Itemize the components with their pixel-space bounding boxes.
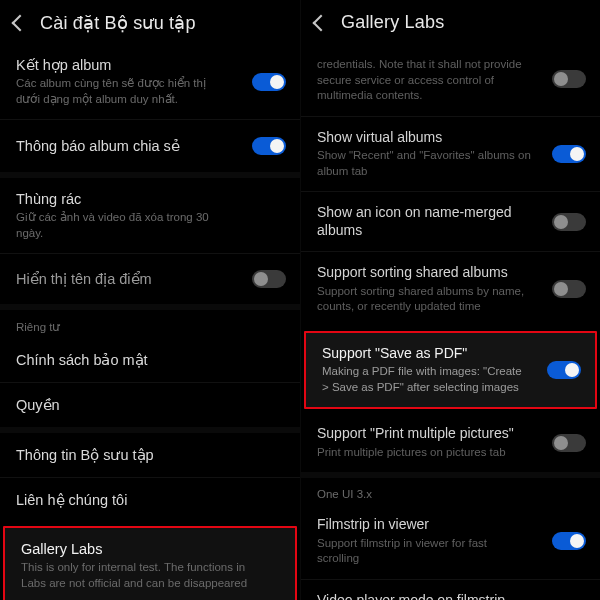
merge-albums-row[interactable]: Kết hợp album Các album cùng tên sẽ được… — [0, 44, 300, 119]
save-as-pdf-row[interactable]: Support "Save as PDF" Making a PDF file … — [306, 333, 595, 408]
merge-albums-label: Kết hợp album — [16, 56, 284, 74]
right-title: Gallery Labs — [341, 12, 444, 33]
name-merged-icon-row[interactable]: Show an icon on name-merged albums — [301, 192, 600, 251]
location-label: Hiển thị tên địa điểm — [16, 270, 284, 288]
virtual-albums-label: Show virtual albums — [317, 129, 584, 147]
save-as-pdf-toggle[interactable] — [547, 361, 581, 379]
sort-shared-toggle[interactable] — [552, 280, 586, 298]
shared-notify-row[interactable]: Thông báo album chia sẻ — [0, 120, 300, 172]
virtual-albums-row[interactable]: Show virtual albums Show "Recent" and "F… — [301, 117, 600, 192]
trash-desc: Giữ các ảnh và video đã xóa trong 30 ngà… — [16, 210, 284, 241]
trash-label: Thùng rác — [16, 190, 284, 208]
credentials-toggle[interactable] — [552, 70, 586, 88]
sort-shared-label: Support sorting shared albums — [317, 264, 584, 282]
print-multiple-label: Support "Print multiple pictures" — [317, 425, 584, 443]
privacy-policy-row[interactable]: Chính sách bảo mật — [0, 338, 300, 382]
shared-notify-toggle[interactable] — [252, 137, 286, 155]
sort-shared-row[interactable]: Support sorting shared albums Support so… — [301, 252, 600, 327]
virtual-albums-toggle[interactable] — [552, 145, 586, 163]
about-row[interactable]: Thông tin Bộ sưu tập — [0, 433, 300, 477]
filmstrip-toggle[interactable] — [552, 532, 586, 550]
privacy-section-label: Riêng tư — [0, 310, 300, 338]
print-multiple-desc: Print multiple pictures on pictures tab — [317, 445, 584, 461]
save-as-pdf-label: Support "Save as PDF" — [322, 345, 579, 363]
save-as-pdf-desc: Making a PDF file with images: "Create >… — [322, 364, 579, 395]
shared-notify-label: Thông báo album chia sẻ — [16, 137, 284, 155]
contact-row[interactable]: Liên hệ chúng tôi — [0, 478, 300, 522]
gallery-labs-desc: This is only for internal test. The func… — [21, 560, 279, 591]
left-title: Cài đặt Bộ sưu tập — [40, 12, 196, 34]
oneui-section-label: One UI 3.x — [301, 478, 600, 504]
videoplayer-row[interactable]: Video player mode on filmstrip Default — [301, 580, 600, 600]
back-icon[interactable] — [313, 14, 330, 31]
rights-row[interactable]: Quyền — [0, 383, 300, 427]
right-header: Gallery Labs — [301, 0, 600, 43]
gallery-labs-row[interactable]: Gallery Labs This is only for internal t… — [5, 528, 295, 600]
back-icon[interactable] — [12, 15, 29, 32]
sort-shared-desc: Support sorting shared albums by name, c… — [317, 284, 584, 315]
virtual-albums-desc: Show "Recent" and "Favorites" albums on … — [317, 148, 584, 179]
gallery-labs-label: Gallery Labs — [21, 540, 279, 558]
trash-row[interactable]: Thùng rác Giữ các ảnh và video đã xóa tr… — [0, 178, 300, 253]
contact-label: Liên hệ chúng tôi — [16, 491, 284, 509]
filmstrip-desc: Support filmstrip in viewer for fast scr… — [317, 536, 584, 567]
privacy-policy-label: Chính sách bảo mật — [16, 351, 284, 369]
left-header: Cài đặt Bộ sưu tập — [0, 0, 300, 44]
location-row[interactable]: Hiển thị tên địa điểm — [0, 254, 300, 304]
name-merged-icon-label: Show an icon on name-merged albums — [317, 204, 584, 239]
save-as-pdf-highlight: Support "Save as PDF" Making a PDF file … — [304, 331, 597, 410]
rights-label: Quyền — [16, 396, 284, 414]
filmstrip-label: Filmstrip in viewer — [317, 516, 584, 534]
credentials-desc: credentials. Note that it shall not prov… — [317, 57, 584, 104]
credentials-row[interactable]: credentials. Note that it shall not prov… — [301, 43, 600, 116]
videoplayer-label: Video player mode on filmstrip — [317, 592, 584, 600]
name-merged-icon-toggle[interactable] — [552, 213, 586, 231]
filmstrip-row[interactable]: Filmstrip in viewer Support filmstrip in… — [301, 504, 600, 579]
print-multiple-row[interactable]: Support "Print multiple pictures" Print … — [301, 413, 600, 472]
merge-albums-toggle[interactable] — [252, 73, 286, 91]
about-label: Thông tin Bộ sưu tập — [16, 446, 284, 464]
print-multiple-toggle[interactable] — [552, 434, 586, 452]
merge-albums-desc: Các album cùng tên sẽ được hiển thị dưới… — [16, 76, 284, 107]
gallery-labs-highlight: Gallery Labs This is only for internal t… — [3, 526, 297, 600]
location-toggle[interactable] — [252, 270, 286, 288]
